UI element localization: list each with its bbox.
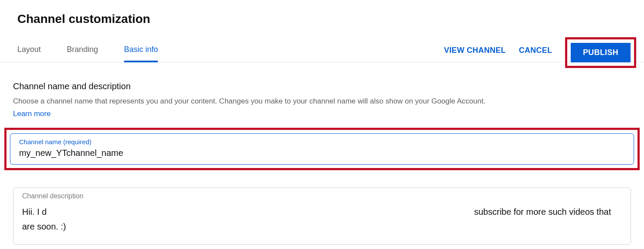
publish-button[interactable]: PUBLISH: [571, 43, 631, 62]
header-actions: VIEW CHANNEL CANCEL PUBLISH: [444, 39, 644, 62]
view-channel-button[interactable]: VIEW CHANNEL: [444, 46, 506, 55]
tab-branding[interactable]: Branding: [67, 39, 98, 62]
page-title: Channel customization: [0, 0, 644, 26]
publish-highlight: PUBLISH: [565, 37, 636, 68]
tab-basic-info[interactable]: Basic info: [124, 39, 158, 62]
channel-description-text[interactable]: Hii. I d subscribe for more such videos …: [22, 204, 622, 234]
section-help-text: Choose a channel name that represents yo…: [13, 96, 631, 107]
learn-more-link[interactable]: Learn more: [13, 110, 51, 118]
channel-name-label: Channel name (required): [19, 138, 625, 146]
topbar: Layout Branding Basic info VIEW CHANNEL …: [0, 39, 644, 62]
channel-description-wrap: Channel description Hii. I d subscribe f…: [13, 188, 631, 245]
tab-layout[interactable]: Layout: [17, 39, 41, 62]
content-area: Channel name and description Choose a ch…: [0, 62, 644, 245]
channel-name-input[interactable]: [19, 148, 625, 158]
channel-description-label: Channel description: [22, 192, 622, 200]
section-title: Channel name and description: [13, 81, 631, 91]
channel-name-field[interactable]: Channel name (required): [10, 133, 634, 165]
cancel-button[interactable]: CANCEL: [519, 46, 552, 55]
channel-name-highlight: Channel name (required): [4, 128, 640, 170]
channel-description-field[interactable]: Channel description Hii. I d subscribe f…: [13, 188, 631, 245]
tabs: Layout Branding Basic info: [17, 39, 158, 62]
